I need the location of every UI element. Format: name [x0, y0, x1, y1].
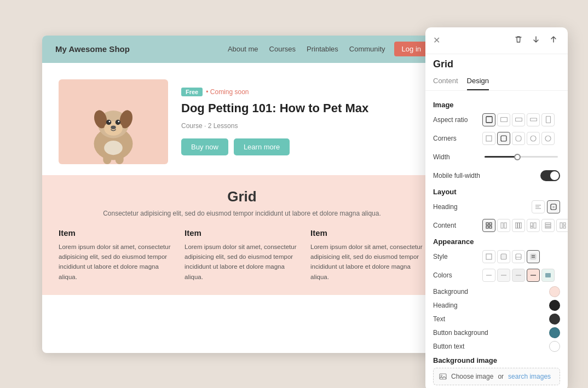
- color-preset-2[interactable]: [497, 269, 510, 282]
- nav-link-printables: Printables: [307, 45, 338, 53]
- button-bg-color-swatch[interactable]: [549, 327, 560, 338]
- grid-section: Grid Consectetur adipisicing elit, sed d…: [42, 175, 442, 296]
- svg-rect-33: [504, 223, 506, 228]
- color-settings: Background Heading Text Button backgroun…: [433, 286, 560, 352]
- width-slider-track[interactable]: [485, 156, 558, 158]
- svg-rect-47: [501, 254, 506, 259]
- heading-alignment-controls: =: [482, 200, 560, 213]
- style-3-button[interactable]: [512, 250, 525, 263]
- color-preset-4[interactable]: [527, 269, 540, 282]
- heading-align-left-button[interactable]: [532, 200, 545, 213]
- grid-item-text: Lorem ipsum dolor sit amet, consectetur …: [59, 242, 174, 282]
- corners-label: Corners: [433, 135, 482, 142]
- background-color-label: Background: [433, 288, 549, 296]
- text-color-row: Text: [433, 314, 560, 325]
- buy-now-button[interactable]: Buy now: [181, 138, 228, 155]
- ar-portrait-button[interactable]: [541, 113, 555, 126]
- panel-tabs: Content Design: [425, 73, 568, 91]
- color-preset-3[interactable]: [512, 269, 525, 282]
- style-4-button[interactable]: [527, 250, 540, 263]
- layout-list-button[interactable]: [541, 219, 555, 232]
- button-text-color-swatch[interactable]: [549, 341, 560, 352]
- panel-body: Image Aspect ratio: [425, 91, 568, 389]
- svg-rect-50: [531, 254, 536, 259]
- button-bg-color-row: Button background: [433, 327, 560, 338]
- svg-rect-37: [531, 223, 533, 226]
- heading-color-swatch[interactable]: [549, 300, 560, 311]
- heading-alignment-label: Heading: [433, 203, 482, 211]
- arrow-up-icon: [549, 35, 558, 44]
- panel-action-buttons: [512, 34, 560, 47]
- svg-rect-38: [534, 223, 536, 228]
- ar-landscape-button[interactable]: [497, 113, 510, 126]
- heading-align-right-button[interactable]: =: [547, 200, 560, 213]
- corner-medium-button[interactable]: [512, 132, 525, 145]
- style-label: Style: [433, 253, 482, 260]
- arrow-down-icon: [532, 35, 540, 44]
- ar-ultrawide-button[interactable]: [527, 113, 540, 126]
- svg-rect-57: [545, 273, 551, 277]
- svg-rect-40: [545, 223, 551, 224]
- close-icon[interactable]: ✕: [433, 35, 440, 45]
- svg-rect-45: [563, 226, 566, 228]
- nav-links: About me Courses Printables Community: [228, 45, 385, 53]
- heading-alignment-row: Heading =: [433, 199, 560, 215]
- move-down-button[interactable]: [529, 34, 543, 47]
- layout-mosaic-button[interactable]: [556, 219, 568, 232]
- svg-rect-17: [546, 117, 550, 123]
- corner-slight-button[interactable]: [497, 132, 510, 145]
- choose-image-button[interactable]: Choose image or search images: [433, 368, 560, 385]
- corner-sharp-button[interactable]: [482, 132, 495, 145]
- svg-rect-29: [489, 223, 492, 225]
- layout-masonry-button[interactable]: [527, 219, 540, 232]
- style-1-button[interactable]: [482, 250, 495, 263]
- colors-preset-controls: [482, 269, 560, 282]
- layout-3col-button[interactable]: [512, 219, 525, 232]
- nav-login-button[interactable]: Log in: [394, 42, 429, 56]
- width-label: Width: [433, 153, 482, 161]
- button-text-color-label: Button text: [433, 343, 549, 350]
- appearance-section-label: Appearance: [433, 238, 560, 246]
- search-images-link[interactable]: search images: [508, 373, 551, 380]
- color-preset-1[interactable]: [482, 269, 495, 282]
- grid-item-heading: Item: [185, 228, 299, 238]
- hero-image: [59, 79, 168, 164]
- svg-point-6: [116, 119, 120, 124]
- nav-link-courses: Courses: [269, 45, 296, 53]
- grid-item-text: Lorem ipsum dolor sit amet, consectetur …: [310, 242, 425, 282]
- svg-point-5: [106, 119, 111, 124]
- layout-2col-button[interactable]: [497, 219, 510, 232]
- toggle-thumb: [550, 171, 559, 180]
- heading-color-row: Heading: [433, 300, 560, 311]
- svg-rect-31: [489, 226, 492, 228]
- svg-rect-36: [520, 223, 522, 228]
- style-2-button[interactable]: [497, 250, 510, 263]
- ar-square-button[interactable]: [482, 113, 495, 126]
- grid-item: Item Lorem ipsum dolor sit amet, consect…: [185, 228, 299, 282]
- svg-rect-42: [545, 227, 551, 228]
- color-preset-5[interactable]: [541, 269, 555, 282]
- move-up-button[interactable]: [547, 34, 560, 47]
- content-layout-label: Content: [433, 222, 482, 229]
- corner-full-button[interactable]: [541, 132, 555, 145]
- corner-large-button[interactable]: [527, 132, 540, 145]
- tab-content[interactable]: Content: [433, 73, 458, 90]
- text-color-swatch[interactable]: [549, 314, 560, 325]
- grid-item: Item Lorem ipsum dolor sit amet, consect…: [59, 228, 174, 282]
- background-color-swatch[interactable]: [549, 286, 560, 297]
- delete-button[interactable]: [512, 34, 525, 47]
- layout-grid-button[interactable]: [482, 219, 495, 232]
- learn-more-button[interactable]: Learn more: [234, 138, 290, 155]
- background-image-section-label: Background image: [433, 356, 560, 364]
- svg-rect-18: [486, 136, 492, 141]
- ar-wide-button[interactable]: [512, 113, 525, 126]
- svg-text:=: =: [552, 205, 555, 209]
- tab-design[interactable]: Design: [467, 73, 489, 90]
- hero-badge: Free • Coming soon: [181, 88, 425, 96]
- svg-rect-44: [563, 223, 566, 225]
- svg-rect-11: [116, 154, 124, 164]
- width-slider-container: [482, 156, 560, 158]
- svg-point-59: [441, 375, 442, 376]
- nav: My Awesome Shop About me Courses Printab…: [42, 36, 442, 63]
- mobile-full-width-toggle[interactable]: [540, 170, 560, 181]
